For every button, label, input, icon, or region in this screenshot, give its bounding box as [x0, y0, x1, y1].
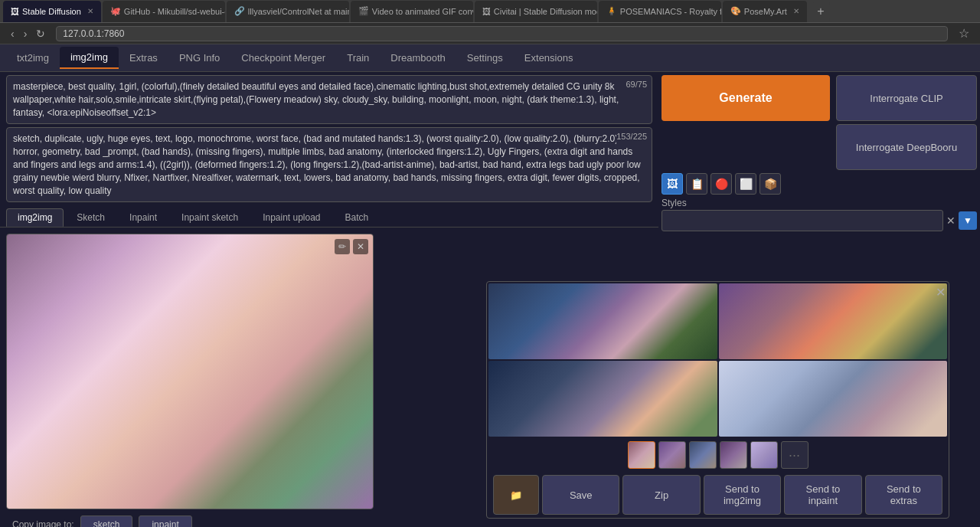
- nav-tab-settings[interactable]: Settings: [456, 47, 514, 68]
- send-to-img2img-button[interactable]: Send to img2img: [704, 475, 781, 515]
- nav-tab-png-info[interactable]: PNG Info: [168, 47, 230, 68]
- result-image-3-content: [488, 361, 717, 437]
- style-icon-2[interactable]: 🔴: [710, 173, 732, 195]
- thumbnail-5[interactable]: [750, 441, 778, 469]
- generate-interrogate-row: Generate Interrogate CLIP Interrogate De…: [662, 75, 977, 170]
- negative-prompt-counter: 153/225: [616, 131, 647, 142]
- thumbnail-more[interactable]: ···: [781, 441, 808, 469]
- nav-tab-checkpoint[interactable]: Checkpoint Merger: [230, 47, 336, 68]
- posemy-favicon: 🎨: [730, 6, 741, 16]
- result-image-4[interactable]: [719, 361, 948, 437]
- positive-prompt-counter: 69/75: [626, 79, 647, 90]
- uploaded-image: [7, 234, 373, 509]
- sub-tab-img2img[interactable]: img2img: [6, 208, 64, 227]
- sub-tab-inpaint-upload[interactable]: Inpaint upload: [251, 208, 332, 227]
- style-icon-0[interactable]: 🖼: [662, 173, 683, 195]
- nav-tab-train[interactable]: Train: [336, 47, 380, 68]
- clear-image-button[interactable]: ✕: [353, 239, 368, 254]
- browser-tab-civit[interactable]: 🖼 Civitai | Stable Diffusion model... ✕: [475, 1, 597, 22]
- gh-tab-label: GitHub - Mikubill/sd-webui-co...: [124, 7, 225, 16]
- generate-button[interactable]: Generate: [662, 75, 830, 121]
- copy-image-label: Copy image to:: [12, 519, 74, 527]
- thumbnail-2[interactable]: [658, 441, 686, 469]
- positive-prompt-box[interactable]: masterpiece, best quality, 1girl, (color…: [6, 75, 652, 124]
- nav-tab-dreambooth[interactable]: Dreambooth: [380, 47, 456, 68]
- gif-favicon: 🎬: [358, 6, 369, 16]
- nav-tab-extensions[interactable]: Extensions: [514, 47, 584, 68]
- interrogate-deepbooru-button[interactable]: Interrogate DeepBooru: [836, 124, 977, 170]
- results-close-button[interactable]: ✕: [936, 285, 946, 300]
- copy-to-inpaint-button[interactable]: inpaint: [139, 516, 191, 527]
- app-wrapper: 🖼 Stable Diffusion ✕ 🐙 GitHub - Mikubill…: [0, 0, 980, 527]
- gif-tab-label: Video to animated GIF converter: [372, 7, 473, 16]
- interrogate-column: Interrogate CLIP Interrogate DeepBooru: [836, 75, 977, 170]
- style-icon-1[interactable]: 📋: [686, 173, 707, 195]
- result-image-2[interactable]: [719, 283, 948, 359]
- browser-tab-sd[interactable]: 🖼 Stable Diffusion ✕: [3, 1, 101, 22]
- interrogate-clip-button[interactable]: Interrogate CLIP: [836, 75, 977, 121]
- send-to-extras-button[interactable]: Send to extras: [865, 475, 942, 515]
- browser-tab-pose[interactable]: 🧍 POSEMANIACS - Royalty free 3... ✕: [599, 1, 721, 22]
- send-to-inpaint-button[interactable]: Send to inpaint: [784, 475, 861, 515]
- zip-button[interactable]: Zip: [622, 475, 700, 515]
- sub-tab-inpaint[interactable]: Inpaint: [118, 208, 168, 227]
- thumbnail-4[interactable]: [720, 441, 747, 469]
- styles-label: Styles: [662, 198, 977, 208]
- gh-favicon: 🐙: [110, 6, 121, 16]
- illyas-favicon: 🔗: [234, 6, 245, 16]
- edit-image-button[interactable]: ✏: [335, 239, 350, 254]
- styles-clear-button[interactable]: ✕: [946, 214, 956, 227]
- new-tab-button[interactable]: +: [812, 2, 830, 21]
- nav-tab-extras[interactable]: Extras: [119, 47, 168, 68]
- style-icons-row: 🖼 📋 🔴 ⬜ 📦: [662, 173, 977, 195]
- sd-favicon: 🖼: [11, 7, 19, 16]
- civit-favicon: 🖼: [482, 7, 491, 16]
- sd-tab-label: Stable Diffusion: [22, 7, 81, 16]
- negative-prompt-section: sketch, duplicate, ugly, huge eyes, text…: [0, 126, 658, 205]
- negative-prompt-box[interactable]: sketch, duplicate, ugly, huge eyes, text…: [6, 127, 652, 202]
- refresh-button[interactable]: ↻: [31, 26, 50, 41]
- save-button[interactable]: Save: [542, 475, 619, 515]
- results-panel: ✕: [486, 281, 949, 519]
- styles-input[interactable]: [662, 210, 943, 231]
- styles-apply-button[interactable]: ▼: [959, 211, 977, 230]
- folder-button[interactable]: 📁: [493, 475, 539, 515]
- pose-favicon: 🧍: [606, 6, 617, 16]
- browser-tab-illyas[interactable]: 🔗 lllyasviel/ControlNet at main ✕: [227, 1, 349, 22]
- result-image-1-content: [488, 283, 717, 359]
- upload-column: ✏ ✕ Copy image to: sketch inpaint: [6, 234, 374, 521]
- copy-image-row: Copy image to: sketch inpaint: [6, 512, 374, 527]
- app-nav-tabs: txt2img img2img Extras PNG Info Checkpoi…: [0, 44, 980, 72]
- nav-tab-txt2img[interactable]: txt2img: [6, 47, 60, 68]
- sub-tabs-bar: img2img Sketch Inpaint Inpaint sketch In…: [0, 205, 658, 227]
- address-input[interactable]: [56, 26, 948, 41]
- action-buttons-row: 📁 Save Zip Send to img2img Send to inpai…: [487, 472, 949, 518]
- negative-prompt-text: sketch, duplicate, ugly, huge eyes, text…: [13, 133, 641, 195]
- sd-tab-close[interactable]: ✕: [87, 7, 93, 15]
- style-icon-3[interactable]: ⬜: [735, 173, 756, 195]
- style-icon-4[interactable]: 📦: [760, 173, 781, 195]
- sub-tab-batch[interactable]: Batch: [334, 208, 381, 227]
- result-image-3[interactable]: [488, 361, 717, 437]
- address-bar: ‹ › ↻ ☆: [0, 23, 980, 44]
- browser-tab-posemy[interactable]: 🎨 PoseMy.Art ✕: [723, 1, 807, 22]
- sub-tab-sketch[interactable]: Sketch: [65, 208, 116, 227]
- civit-tab-label: Civitai | Stable Diffusion model...: [494, 7, 597, 16]
- sub-tab-inpaint-sketch[interactable]: Inpaint sketch: [170, 208, 250, 227]
- result-image-1[interactable]: [488, 283, 717, 359]
- pose-tab-label: POSEMANIACS - Royalty free 3...: [620, 7, 721, 16]
- image-upload-box[interactable]: ✏ ✕: [6, 234, 374, 509]
- bookmark-button[interactable]: ☆: [954, 25, 974, 42]
- posemy-tab-close[interactable]: ✕: [793, 7, 799, 15]
- main-content: masterpiece, best quality, 1girl, (color…: [0, 72, 980, 527]
- browser-tabs-bar: 🖼 Stable Diffusion ✕ 🐙 GitHub - Mikubill…: [0, 0, 980, 23]
- back-button[interactable]: ‹: [6, 26, 19, 41]
- nav-tab-img2img[interactable]: img2img: [60, 47, 119, 69]
- thumbnail-1[interactable]: [628, 441, 655, 469]
- thumbnail-3[interactable]: [689, 441, 717, 469]
- browser-tab-gh[interactable]: 🐙 GitHub - Mikubill/sd-webui-co... ✕: [103, 1, 225, 22]
- forward-button[interactable]: ›: [19, 26, 32, 41]
- copy-to-sketch-button[interactable]: sketch: [80, 516, 133, 527]
- browser-tab-gif[interactable]: 🎬 Video to animated GIF converter ✕: [351, 1, 473, 22]
- posemy-tab-label: PoseMy.Art: [744, 7, 787, 16]
